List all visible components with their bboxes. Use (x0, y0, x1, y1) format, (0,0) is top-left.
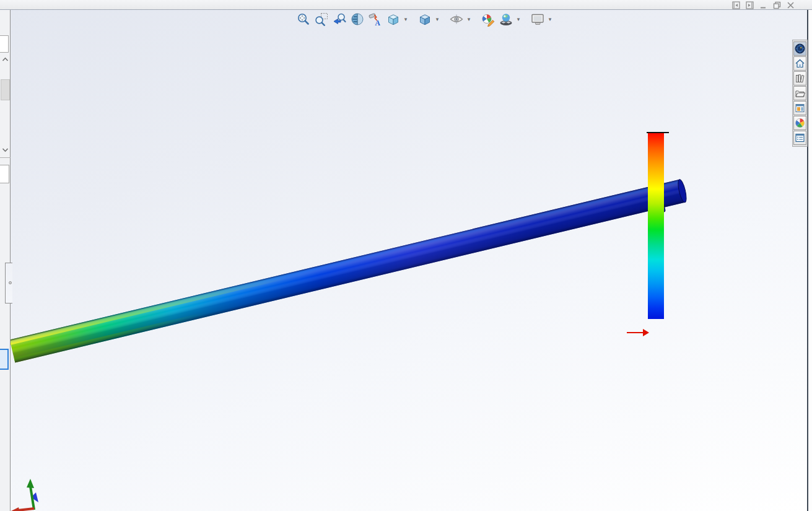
triad-y-axis (27, 479, 34, 488)
taskpane-edge (808, 0, 812, 511)
scroll-down-icon[interactable] (2, 147, 9, 152)
appearances-scenes-tab[interactable] (793, 116, 806, 130)
scroll-up-icon[interactable] (2, 57, 9, 62)
orientation-triad (0, 468, 56, 511)
view-palette-tab[interactable] (793, 101, 806, 115)
apply-scene-icon (499, 12, 513, 27)
edit-appearance-button[interactable] (480, 11, 496, 27)
highlighted-panel-item[interactable] (0, 349, 9, 370)
scrollbar-thumb[interactable] (1, 79, 10, 100)
hide-show-items-icon (449, 12, 464, 27)
load-arrows (0, 0, 812, 511)
design-library-icon (795, 73, 805, 84)
file-explorer-icon (795, 88, 805, 98)
solidworks-window: A ▾ ▾ (0, 0, 812, 511)
svg-text:A: A (375, 19, 381, 27)
display-style-dropdown[interactable]: ▾ (435, 16, 440, 22)
custom-properties-tab[interactable] (793, 131, 806, 145)
file-explorer-tab[interactable] (793, 86, 806, 100)
appearances-scenes-icon (795, 118, 805, 128)
solidworks-resources-icon (795, 43, 805, 54)
zoom-to-fit-icon (296, 12, 311, 27)
solidworks-resources-tab[interactable] (793, 41, 806, 56)
home-icon (795, 58, 805, 69)
section-view-button[interactable] (349, 11, 365, 27)
heads-up-view-toolbar: A ▾ ▾ (295, 11, 552, 28)
dock-expand-icon[interactable] (746, 1, 754, 9)
apply-scene-dropdown[interactable]: ▾ (516, 16, 521, 22)
dock-collapse-icon[interactable] (732, 1, 740, 9)
view-orientation-dropdown[interactable]: ▾ (403, 16, 408, 22)
home-tab[interactable] (793, 56, 806, 71)
view-settings-dropdown[interactable]: ▾ (548, 16, 552, 22)
close-icon[interactable] (787, 1, 795, 9)
view-orientation-button[interactable] (385, 11, 401, 27)
view-palette-icon (795, 103, 805, 113)
edit-appearance-icon (481, 12, 495, 27)
view-settings-icon (530, 12, 545, 27)
display-style-icon (417, 12, 432, 27)
view-settings-button[interactable] (530, 11, 546, 27)
previous-view-icon (332, 12, 347, 27)
hide-show-items-button[interactable] (448, 11, 465, 27)
command-manager-tab-bar (0, 0, 812, 10)
task-pane-tabs (792, 40, 808, 147)
panel-divider (0, 157, 11, 158)
triad-x-axis (17, 509, 34, 510)
left-panel-box-2 (0, 165, 9, 183)
display-style-button[interactable] (417, 11, 433, 27)
left-panel-box (0, 35, 9, 53)
minimize-icon[interactable] (759, 1, 767, 9)
dynamic-annotation-views-button[interactable]: A (367, 11, 383, 27)
restore-icon[interactable] (773, 1, 781, 9)
view-orientation-icon (386, 12, 401, 27)
left-panel-strip (0, 10, 11, 511)
custom-properties-icon (795, 133, 805, 143)
panel-splitter-tab[interactable] (5, 263, 12, 304)
splitter-grip-dot (9, 281, 12, 284)
section-view-icon (350, 12, 365, 27)
design-library-tab[interactable] (793, 71, 806, 85)
document-window-controls (732, 1, 795, 9)
zoom-to-area-button[interactable] (313, 11, 330, 27)
previous-view-button[interactable] (331, 11, 347, 27)
hide-show-items-dropdown[interactable]: ▾ (466, 16, 471, 22)
dynamic-annotation-views-icon: A (368, 12, 383, 27)
apply-scene-button[interactable] (498, 11, 514, 27)
zoom-to-fit-button[interactable] (295, 11, 312, 27)
zoom-to-area-icon (314, 12, 329, 27)
